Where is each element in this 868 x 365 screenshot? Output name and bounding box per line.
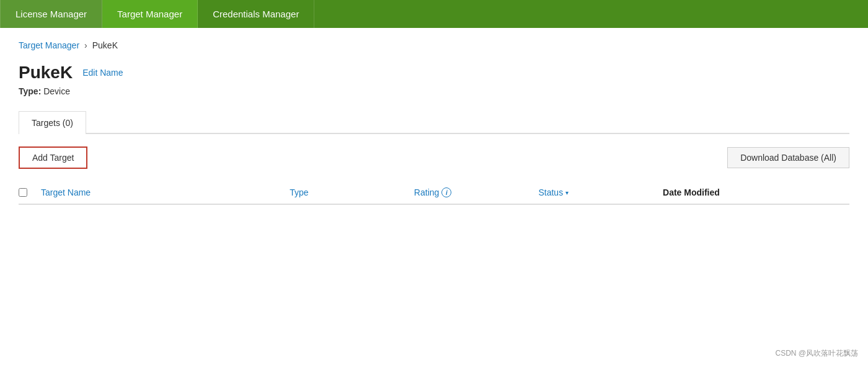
breadcrumb: Target Manager › PukeK — [19, 40, 849, 50]
top-navigation: License Manager Target Manager Credentia… — [0, 0, 868, 28]
col-header-target-name[interactable]: Target Name — [41, 187, 290, 197]
status-sort-icon: ▾ — [565, 189, 569, 196]
edit-name-link[interactable]: Edit Name — [82, 68, 123, 78]
type-label: Type: — [19, 86, 41, 96]
type-value: Device — [43, 86, 70, 96]
nav-credentials-manager[interactable]: Credentials Manager — [198, 0, 314, 28]
col-header-date-modified: Date Modified — [663, 187, 849, 197]
select-all-checkbox-cell[interactable] — [19, 188, 41, 197]
tab-targets[interactable]: Targets (0) — [19, 111, 86, 134]
breadcrumb-link[interactable]: Target Manager — [19, 40, 79, 50]
nav-target-manager[interactable]: Target Manager — [102, 0, 198, 28]
rating-info-icon: i — [441, 187, 451, 197]
breadcrumb-separator: › — [84, 40, 87, 50]
actions-row: Add Target Download Database (All) — [19, 146, 849, 169]
download-database-button[interactable]: Download Database (All) — [727, 147, 849, 168]
breadcrumb-current: PukeK — [92, 40, 118, 50]
nav-license-manager[interactable]: License Manager — [0, 0, 102, 28]
col-header-rating[interactable]: Rating i — [414, 187, 539, 197]
col-header-type[interactable]: Type — [290, 187, 414, 197]
main-content: Target Manager › PukeK PukeK Edit Name T… — [0, 28, 868, 217]
tabs-bar: Targets (0) — [19, 111, 849, 134]
add-target-button[interactable]: Add Target — [19, 146, 87, 169]
page-title: PukeK — [19, 63, 73, 83]
col-header-status[interactable]: Status ▾ — [538, 187, 663, 197]
select-all-checkbox[interactable] — [19, 188, 27, 197]
page-title-row: PukeK Edit Name — [19, 63, 849, 83]
type-row: Type: Device — [19, 86, 849, 96]
table-header: Target Name Type Rating i Status ▾ Date … — [19, 181, 849, 205]
